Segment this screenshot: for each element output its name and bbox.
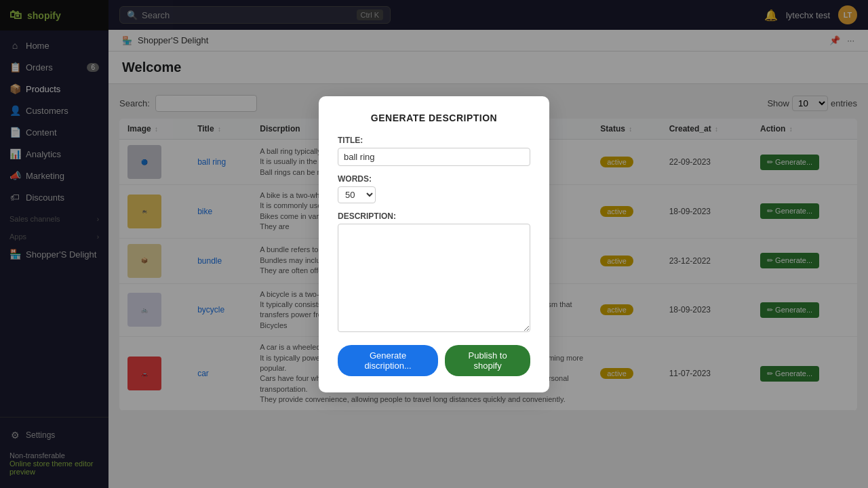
description-label: DESCRIPTION: bbox=[338, 211, 530, 221]
publish-to-shopify-button[interactable]: Publish to shopify bbox=[445, 345, 530, 376]
words-label: WORDS: bbox=[338, 174, 530, 184]
modal-description-textarea[interactable] bbox=[338, 224, 530, 332]
modal-overlay[interactable]: GENERATE DESCRIPTION TITLE: WORDS: 10 20… bbox=[0, 0, 868, 488]
generate-description-button[interactable]: Generate discription... bbox=[338, 345, 438, 376]
modal-description-field: DESCRIPTION: bbox=[338, 211, 530, 334]
words-select[interactable]: 10 20 30 50 100 bbox=[338, 186, 376, 203]
title-label: TITLE: bbox=[338, 136, 530, 145]
modal-actions: Generate discription... Publish to shopi… bbox=[338, 345, 530, 376]
modal-title-input[interactable] bbox=[338, 148, 530, 166]
modal-words-field: WORDS: 10 20 30 50 100 bbox=[338, 174, 530, 203]
modal-title: GENERATE DESCRIPTION bbox=[338, 113, 530, 123]
generate-description-modal: GENERATE DESCRIPTION TITLE: WORDS: 10 20… bbox=[319, 96, 549, 392]
modal-title-field: TITLE: bbox=[338, 136, 530, 166]
